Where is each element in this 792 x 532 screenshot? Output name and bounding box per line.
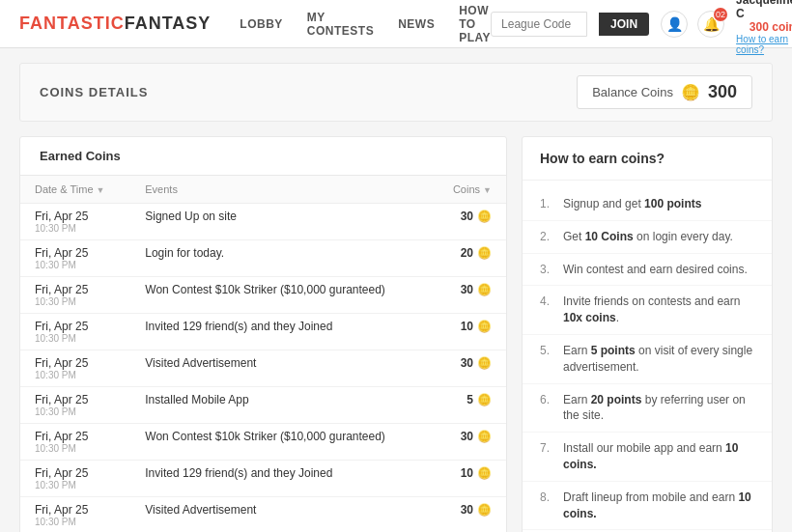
logo-fantasy: FANTASY bbox=[125, 14, 212, 34]
header: FANTASTIC FANTASY LOBBY MY CONTESTS NEWS… bbox=[0, 0, 792, 48]
earned-coins-table: Date & Time ▼ Events Coins ▼ bbox=[20, 176, 506, 532]
user-coins: 300 coins bbox=[750, 20, 792, 34]
main-layout: Earned Coins Date & Time ▼ Events Coins bbox=[19, 136, 773, 532]
earn-list-item: 7. Install our mobile app and earn 10 co… bbox=[523, 433, 772, 482]
table-row: Fri, Apr 25 10:30 PM Invited 129 friend(… bbox=[20, 314, 506, 350]
coin-small-icon: 🪙 bbox=[477, 246, 492, 260]
earn-list-item: 6. Earn 20 points by referring user on t… bbox=[523, 384, 772, 434]
table-row: Fri, Apr 25 10:30 PM Won Contest $10k St… bbox=[20, 277, 506, 314]
row-coins: 30 🪙 bbox=[431, 277, 506, 314]
earn-list-item: 2. Get 10 Coins on login every day. bbox=[523, 221, 772, 254]
table-row: Fri, Apr 25 10:30 PM Login for today. 20… bbox=[20, 240, 506, 277]
how-to-earn-panel: How to earn coins? 1. Signup and get 100… bbox=[522, 136, 773, 532]
row-date: Fri, Apr 25 10:30 PM bbox=[20, 240, 130, 277]
main-nav: LOBBY MY CONTESTS NEWS HOW TO PLAY bbox=[240, 4, 491, 44]
date-sort-arrow[interactable]: ▼ bbox=[97, 185, 105, 195]
header-icons: 👤 🔔 02 bbox=[661, 11, 724, 38]
coin-small-icon: 🪙 bbox=[477, 393, 492, 406]
nav-lobby[interactable]: LOBBY bbox=[240, 17, 283, 31]
row-event: Invited 129 friend(s) and they Joined bbox=[130, 314, 431, 350]
row-date: Fri, Apr 25 10:30 PM bbox=[20, 497, 130, 533]
league-code-input[interactable] bbox=[491, 12, 587, 37]
row-event: Visited Advertisement bbox=[130, 497, 431, 533]
earn-text: Earn 5 points on visit of every single a… bbox=[563, 343, 754, 376]
earn-text: Draft lineup from mobile and earn 10 coi… bbox=[563, 490, 754, 522]
logo: FANTASTIC FANTASY bbox=[19, 14, 211, 34]
row-coins: 30 🪙 bbox=[431, 350, 506, 387]
row-event: Invited 129 friend(s) and they Joined bbox=[130, 461, 431, 497]
row-coins: 30 🪙 bbox=[431, 204, 506, 240]
earn-list-item: 1. Signup and get 100 points bbox=[523, 188, 772, 221]
earn-list: 1. Signup and get 100 points 2. Get 10 C… bbox=[523, 181, 772, 532]
row-date: Fri, Apr 25 10:30 PM bbox=[20, 204, 130, 240]
row-coins: 10 🪙 bbox=[431, 314, 506, 350]
row-coins: 20 🪙 bbox=[431, 240, 506, 277]
row-event: Signed Up on site bbox=[130, 204, 431, 240]
earn-num: 6. bbox=[540, 392, 557, 425]
earn-list-item: 8. Draft lineup from mobile and earn 10 … bbox=[523, 482, 772, 531]
coin-small-icon: 🪙 bbox=[477, 466, 492, 480]
row-date: Fri, Apr 25 10:30 PM bbox=[20, 277, 130, 314]
table-row: Fri, Apr 25 10:30 PM Invited 129 friend(… bbox=[20, 461, 506, 497]
nav-my-contests[interactable]: MY CONTESTS bbox=[307, 11, 374, 38]
earn-num: 3. bbox=[540, 262, 557, 278]
col-date: Date & Time ▼ bbox=[20, 176, 130, 204]
balance-amount: 300 bbox=[708, 82, 737, 102]
table-row: Fri, Apr 25 10:30 PM Visited Advertiseme… bbox=[20, 350, 506, 387]
balance-coins-button[interactable]: Balance Coins 🪙 300 bbox=[577, 75, 752, 109]
row-coins: 30 🪙 bbox=[431, 497, 506, 533]
balance-label: Balance Coins bbox=[592, 85, 673, 99]
earn-num: 5. bbox=[540, 343, 557, 376]
row-coins: 30 🪙 bbox=[431, 424, 506, 461]
earn-text: Install our mobile app and earn 10 coins… bbox=[563, 440, 754, 473]
notification-badge: 02 bbox=[714, 8, 727, 21]
page-content: COINS DETAILS Balance Coins 🪙 300 Earned… bbox=[0, 48, 792, 532]
earn-text: Get 10 Coins on login every day. bbox=[563, 229, 733, 245]
earn-num: 7. bbox=[540, 440, 557, 473]
user-name: Jacqueline C bbox=[736, 0, 792, 20]
profile-icon[interactable]: 👤 bbox=[661, 11, 688, 38]
table-row: Fri, Apr 25 10:30 PM Visited Advertiseme… bbox=[20, 497, 506, 533]
earn-title: How to earn coins? bbox=[523, 137, 772, 181]
earn-text: Win contest and earn desired coins. bbox=[563, 262, 748, 278]
notification-icon[interactable]: 🔔 02 bbox=[697, 11, 724, 38]
row-date: Fri, Apr 25 10:30 PM bbox=[20, 461, 130, 497]
earn-text: Invite friends on contests and earn 10x … bbox=[563, 294, 754, 326]
coin-small-icon: 🪙 bbox=[477, 503, 492, 517]
table-row: Fri, Apr 25 10:30 PM Installed Mobile Ap… bbox=[20, 387, 506, 424]
col-events: Events bbox=[130, 176, 431, 204]
coins-sort-arrow[interactable]: ▼ bbox=[483, 185, 492, 195]
row-date: Fri, Apr 25 10:30 PM bbox=[20, 424, 130, 461]
coin-icon: 🪙 bbox=[681, 83, 700, 101]
earned-coins-header: Earned Coins bbox=[20, 137, 506, 176]
table-header-row: Date & Time ▼ Events Coins ▼ bbox=[20, 176, 506, 204]
coin-small-icon: 🪙 bbox=[477, 430, 492, 443]
row-event: Visited Advertisement bbox=[130, 350, 431, 387]
coin-small-icon: 🪙 bbox=[477, 320, 492, 333]
earned-coins-panel: Earned Coins Date & Time ▼ Events Coins bbox=[19, 136, 507, 532]
earn-num: 2. bbox=[540, 229, 557, 245]
join-button[interactable]: JOIN bbox=[599, 13, 649, 36]
coin-small-icon: 🪙 bbox=[477, 210, 492, 223]
coin-small-icon: 🪙 bbox=[477, 283, 492, 296]
user-info: Jacqueline C 300 coins How to earn coins… bbox=[736, 0, 792, 55]
earn-list-item: 4. Invite friends on contests and earn 1… bbox=[523, 286, 772, 335]
header-right: JOIN 👤 🔔 02 Jacqueline C 300 coins How t… bbox=[491, 0, 792, 55]
earn-num: 4. bbox=[540, 294, 557, 326]
nav-news[interactable]: NEWS bbox=[398, 17, 435, 31]
earn-link[interactable]: How to earn coins? bbox=[736, 34, 792, 55]
table-row: Fri, Apr 25 10:30 PM Signed Up on site 3… bbox=[20, 204, 506, 240]
row-date: Fri, Apr 25 10:30 PM bbox=[20, 350, 130, 387]
table-row: Fri, Apr 25 10:30 PM Won Contest $10k St… bbox=[20, 424, 506, 461]
earn-text: Signup and get 100 points bbox=[563, 196, 701, 212]
row-event: Installed Mobile App bbox=[130, 387, 431, 424]
earn-list-item: 5. Earn 5 points on visit of every singl… bbox=[523, 335, 772, 384]
earn-list-item: 3. Win contest and earn desired coins. bbox=[523, 254, 772, 287]
row-coins: 10 🪙 bbox=[431, 461, 506, 497]
row-event: Won Contest $10k Striker ($10,000 gurant… bbox=[130, 424, 431, 461]
coins-details-title: COINS DETAILS bbox=[40, 85, 148, 99]
logo-fantastic: FANTASTIC bbox=[19, 14, 125, 34]
coins-header-bar: COINS DETAILS Balance Coins 🪙 300 bbox=[19, 63, 773, 122]
coin-small-icon: 🪙 bbox=[477, 356, 492, 370]
nav-how-to-play[interactable]: HOW TO PLAY bbox=[459, 4, 491, 44]
